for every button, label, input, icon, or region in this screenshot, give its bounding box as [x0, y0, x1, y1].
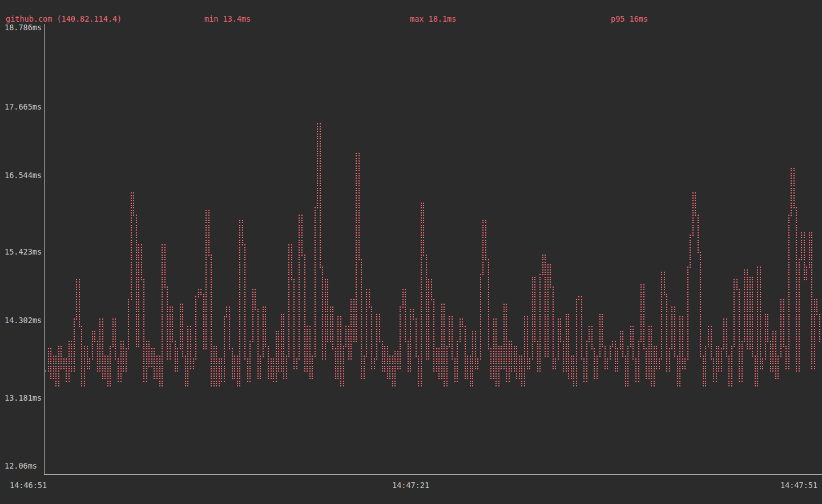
- terminal-ping-graph: github.com (140.82.114.4) min 13.4ms max…: [0, 0, 822, 504]
- latency-line-chart: [0, 0, 822, 504]
